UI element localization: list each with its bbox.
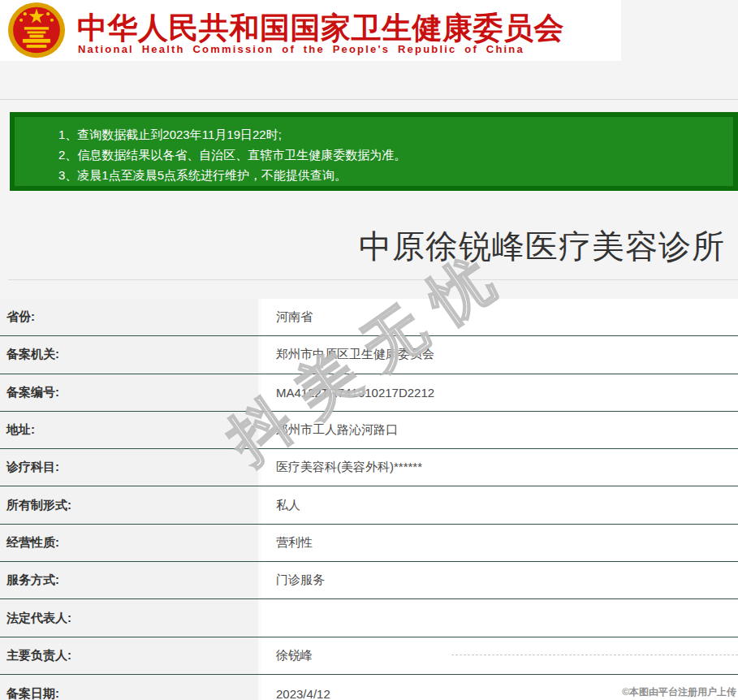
field-label: 备案机关: (0, 336, 261, 373)
notice-box: 1、查询数据截止到2023年11月19日22时; 2、信息数据结果以各省、自治区… (10, 112, 738, 191)
table-row: 所有制形式: 私人 (0, 486, 738, 524)
header-divider (0, 99, 738, 100)
field-value: 门诊服务 (261, 562, 738, 598)
field-label: 主要负责人: (0, 637, 261, 674)
table-row: 主要负责人: 徐锐峰 (0, 637, 738, 675)
table-row: 地址: 郑州市工人路沁河路口 (0, 412, 738, 449)
field-value: 河南省 (261, 299, 738, 335)
field-label: 省份: (0, 299, 261, 335)
field-value (261, 599, 738, 636)
table-row: 诊疗科目: 医疗美容科(美容外科)****** (0, 449, 738, 486)
field-value: 徐锐峰 (261, 637, 738, 674)
notice-line: 1、查询数据截止到2023年11月19日22时; (58, 124, 723, 145)
field-value: 郑州市中原区卫生健康委员会 (261, 336, 738, 373)
field-label: 服务方式: (0, 562, 261, 598)
notice-line: 2、信息数据结果以各省、自治区、直辖市卫生健康委数据为准。 (58, 145, 723, 165)
table-top-divider (8, 279, 738, 280)
copyright-note: ©本图由平台注册用户上传 (622, 685, 736, 699)
record-table: 省份: 河南省 备案机关: 郑州市中原区卫生健康委员会 备案编号: MA4122… (0, 299, 738, 700)
table-row: 备案编号: MA4122TR741010217D2212 (0, 374, 738, 412)
field-value: 郑州市工人路沁河路口 (261, 412, 738, 448)
national-emblem-icon (5, 2, 68, 60)
site-header: 中华人民共和国国家卫生健康委员会 National Health Commiss… (0, 0, 621, 61)
field-label: 经营性质: (0, 525, 261, 561)
field-value: 私人 (261, 486, 738, 523)
field-value: 营利性 (261, 525, 738, 561)
field-label: 法定代表人: (0, 599, 261, 636)
table-row: 服务方式: 门诊服务 (0, 562, 738, 599)
site-title-en: National Health Commission of the People… (78, 43, 524, 55)
field-label: 地址: (0, 412, 261, 448)
table-row: 经营性质: 营利性 (0, 525, 738, 562)
notice-line: 3、凌晨1点至凌晨5点系统进行维护，不能提供查询。 (58, 165, 723, 185)
table-row: 备案机关: 郑州市中原区卫生健康委员会 (0, 336, 738, 374)
field-label: 诊疗科目: (0, 449, 261, 486)
table-row: 省份: 河南省 (0, 299, 738, 336)
result-title: 中原徐锐峰医疗美容诊所 (359, 224, 725, 269)
field-value: 医疗美容科(美容外科)****** (261, 449, 738, 486)
page: 中华人民共和国国家卫生健康委员会 National Health Commiss… (0, 0, 738, 700)
field-label: 备案编号: (0, 374, 261, 411)
field-label: 所有制形式: (0, 486, 261, 523)
field-label: 备案日期: (0, 675, 261, 700)
table-row: 法定代表人: (0, 599, 738, 637)
faint-dashed-line (451, 655, 738, 655)
field-value: MA4122TR741010217D2212 (261, 374, 738, 411)
